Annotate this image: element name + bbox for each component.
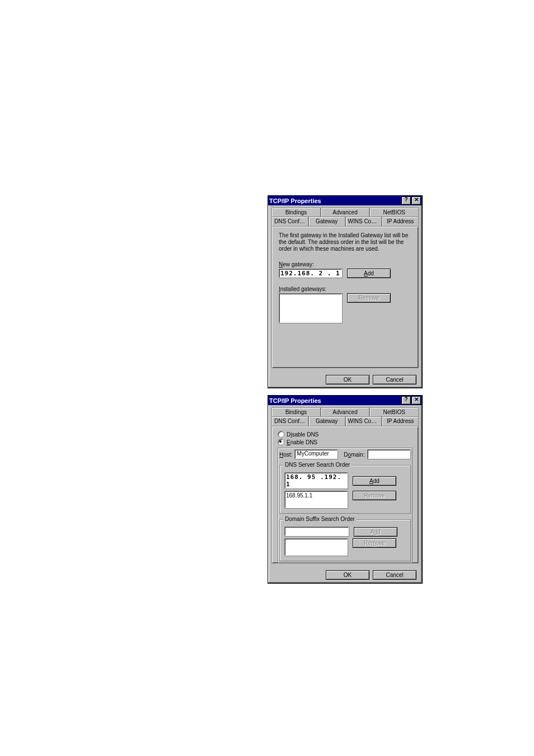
ok-button[interactable]: OK [326, 570, 369, 580]
title-text: TCP/IP Properties [269, 198, 321, 204]
tab-bindings[interactable]: Bindings [271, 407, 321, 416]
dns-remove-button: Remove [353, 491, 396, 500]
installed-gateways-list[interactable] [279, 293, 343, 323]
tcpip-properties-dialog-gateway: TCP/IP Properties ? ✕ Bindings Advanced … [268, 195, 423, 388]
ok-button[interactable]: OK [326, 375, 369, 384]
tab-advanced[interactable]: Advanced [321, 208, 370, 217]
radio-icon [278, 439, 284, 445]
gateway-help-text: The first gateway in the Installed Gatew… [279, 232, 411, 252]
suffix-add-button: Add [354, 527, 397, 537]
installed-gateways-label: Installed gateways: [279, 286, 411, 292]
tcpip-properties-dialog-dns: TCP/IP Properties ? ✕ Bindings Advanced … [268, 395, 423, 584]
tab-wins-configuration[interactable]: WINS Configuration [345, 217, 382, 226]
tab-gateway[interactable]: Gateway [308, 416, 345, 426]
dns-server-list[interactable]: 168.95.1.1 [284, 491, 348, 509]
tab-wins-configuration[interactable]: WINS Configuration [345, 416, 382, 426]
tab-bindings[interactable]: Bindings [271, 208, 321, 217]
cancel-button[interactable]: Cancel [373, 375, 416, 384]
disable-dns-label: Disable DNS [287, 431, 318, 438]
cancel-button[interactable]: Cancel [373, 570, 416, 580]
tab-gateway[interactable]: Gateway [308, 217, 345, 226]
new-gateway-label: New gateway: [279, 261, 411, 267]
domain-label: Domain: [344, 452, 364, 458]
new-gateway-input[interactable]: 192.168. 2 . 1 [279, 269, 343, 278]
domain-suffix-label: Domain Suffix Search Order [283, 516, 357, 522]
help-icon[interactable]: ? [401, 196, 411, 205]
dns-search-order-label: DNS Server Search Order [283, 462, 352, 468]
tab-advanced[interactable]: Advanced [321, 407, 370, 416]
tab-dns-configuration[interactable]: DNS Configuration [271, 416, 308, 426]
dns-server-input[interactable]: 168. 95 .192. 1 [284, 472, 348, 489]
suffix-list[interactable] [284, 538, 348, 556]
close-icon[interactable]: ✕ [411, 396, 421, 405]
tab-dns-configuration[interactable]: DNS Configuration [271, 217, 308, 226]
title-text: TCP/IP Properties [269, 397, 321, 404]
tab-ip-address[interactable]: IP Address [382, 416, 419, 426]
tab-netbios[interactable]: NetBIOS [369, 208, 419, 217]
list-item[interactable]: 168.95.1.1 [286, 492, 346, 499]
titlebar: TCP/IP Properties ? ✕ [268, 196, 422, 205]
suffix-input[interactable] [284, 527, 349, 537]
tab-ip-address[interactable]: IP Address [382, 217, 419, 226]
enable-dns-label: Enable DNS [287, 439, 317, 445]
help-icon[interactable]: ? [401, 396, 411, 405]
host-label: Host: [279, 452, 292, 458]
remove-button: Remove [347, 293, 391, 303]
disable-dns-radio[interactable]: Disable DNS [278, 431, 413, 438]
titlebar: TCP/IP Properties ? ✕ [268, 396, 422, 405]
radio-icon [278, 431, 284, 438]
domain-input[interactable] [367, 449, 411, 459]
host-input[interactable]: MyComputer [294, 449, 338, 459]
tab-netbios[interactable]: NetBIOS [369, 407, 419, 416]
dns-add-button[interactable]: Add [353, 476, 396, 486]
close-icon[interactable]: ✕ [411, 196, 421, 205]
suffix-remove-button: Remove [353, 538, 396, 548]
add-button[interactable]: Add [347, 269, 391, 278]
enable-dns-radio[interactable]: Enable DNS [278, 439, 413, 445]
